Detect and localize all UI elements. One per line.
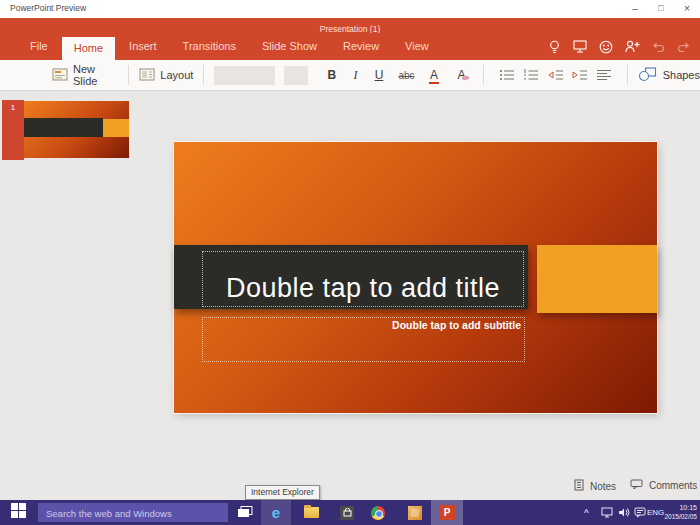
tray-time: 10:15 [655, 503, 697, 512]
comments-label: Comments [649, 480, 697, 491]
notes-icon [574, 479, 584, 493]
font-color-button[interactable]: A [422, 68, 446, 82]
shapes-icon [638, 67, 657, 84]
undo-icon[interactable] [652, 41, 665, 53]
tab-view[interactable]: View [393, 33, 441, 60]
title-placeholder[interactable]: Double tap to add title [202, 251, 524, 307]
slide-thumbnail-selector[interactable]: 1 [2, 100, 24, 160]
present-icon[interactable] [573, 40, 587, 53]
text-effects-button[interactable]: A [450, 68, 474, 82]
decrease-indent-button[interactable] [543, 69, 567, 81]
close-button[interactable]: × [674, 0, 700, 18]
title-placeholder-text: Double tap to add title [203, 273, 523, 304]
amber-accent-box [537, 245, 657, 313]
font-size-dropdown[interactable] [284, 66, 308, 85]
toolbar-divider [627, 65, 628, 85]
redo-icon[interactable] [677, 41, 690, 53]
toolbar-divider [483, 65, 484, 85]
powerpoint-preview-window: PowerPoint Preview – □ × Presentation (1… [0, 0, 700, 525]
notes-label: Notes [590, 481, 616, 492]
tray-clock[interactable]: 10:15 2015/02/05 [655, 503, 697, 521]
tooltip: Internet Explorer [245, 485, 320, 500]
italic-button[interactable]: I [344, 68, 368, 83]
taskbar-photos[interactable] [400, 500, 430, 525]
chrome-icon [371, 506, 385, 520]
comments-icon [630, 479, 643, 492]
new-slide-icon [52, 68, 68, 83]
taskbar: e P ^ ENG 10:15 20 [0, 500, 700, 525]
taskbar-chrome[interactable] [363, 500, 393, 525]
layout-button[interactable]: Layout [139, 68, 193, 83]
shapes-button[interactable]: Shapes [638, 67, 700, 84]
minimize-button[interactable]: – [622, 0, 648, 18]
bullet-list-button[interactable] [494, 69, 518, 81]
maximize-button[interactable]: □ [648, 0, 674, 18]
tray-chevron-icon[interactable]: ^ [584, 500, 589, 525]
photos-icon [408, 506, 422, 520]
taskbar-store[interactable] [332, 500, 362, 525]
store-icon [340, 506, 354, 520]
comments-button[interactable]: Comments [630, 479, 697, 492]
toolbar-divider [203, 65, 204, 85]
slide-number: 1 [2, 103, 24, 112]
bold-button[interactable]: B [320, 68, 344, 82]
network-icon[interactable] [601, 500, 613, 525]
ribbon-tabs: File Home Insert Transitions Slide Show … [18, 33, 443, 60]
shapes-label: Shapes [663, 69, 700, 81]
increase-indent-button[interactable] [568, 69, 592, 81]
taskbar-powerpoint[interactable]: P [431, 500, 463, 525]
internet-explorer-icon: e [272, 505, 280, 520]
ribbon-tab-row: File Home Insert Transitions Slide Show … [0, 33, 700, 60]
document-title-bar: Presentation (1) [0, 18, 700, 33]
file-explorer-icon [304, 507, 319, 518]
taskbar-file-explorer[interactable] [296, 500, 326, 525]
thumbnail-title-band [24, 118, 103, 137]
subtitle-placeholder-text: Double tap to add subtitle [392, 319, 521, 331]
tab-slideshow[interactable]: Slide Show [250, 33, 329, 60]
numbered-list-button[interactable] [519, 69, 543, 81]
app-title: PowerPoint Preview [10, 3, 86, 13]
new-slide-label: New Slide [73, 63, 118, 87]
layout-icon [139, 68, 155, 83]
smiley-icon[interactable] [599, 40, 613, 54]
strikethrough-button[interactable]: abc [395, 70, 419, 81]
layout-label: Layout [160, 69, 193, 81]
notes-button[interactable]: Notes [574, 479, 616, 493]
task-view-icon [237, 504, 253, 522]
windows-logo-icon [11, 503, 26, 522]
action-center-icon[interactable] [634, 500, 646, 525]
tray-date: 2015/02/05 [655, 512, 697, 521]
thumbnail-amber-box [103, 119, 129, 137]
window-titlebar: PowerPoint Preview – □ × [0, 0, 700, 18]
tab-home[interactable]: Home [62, 37, 115, 60]
lightbulb-icon[interactable] [548, 40, 561, 54]
slide-thumbnail[interactable] [24, 101, 129, 158]
tab-file[interactable]: File [18, 33, 60, 60]
volume-icon[interactable] [618, 500, 630, 525]
font-name-dropdown[interactable] [214, 66, 274, 85]
tab-transitions[interactable]: Transitions [171, 33, 248, 60]
slide-canvas[interactable]: Double tap to add title Double tap to ad… [174, 142, 657, 413]
start-button[interactable] [0, 500, 36, 525]
powerpoint-icon: P [440, 505, 455, 520]
home-toolbar: New Slide Layout B I U abc A A [0, 60, 700, 91]
subtitle-placeholder[interactable]: Double tap to add subtitle [202, 317, 525, 362]
toolbar-divider [128, 65, 129, 85]
underline-button[interactable]: U [367, 68, 391, 82]
tab-insert[interactable]: Insert [117, 33, 169, 60]
add-person-icon[interactable] [625, 40, 640, 53]
tab-review[interactable]: Review [331, 33, 391, 60]
title-band: Double tap to add title [174, 245, 528, 309]
align-button[interactable] [592, 69, 616, 81]
taskbar-internet-explorer[interactable]: e [261, 500, 291, 525]
search-input[interactable] [38, 504, 228, 523]
taskbar-search[interactable] [38, 503, 228, 522]
new-slide-button[interactable]: New Slide [52, 63, 118, 87]
task-view-button[interactable] [230, 500, 260, 525]
